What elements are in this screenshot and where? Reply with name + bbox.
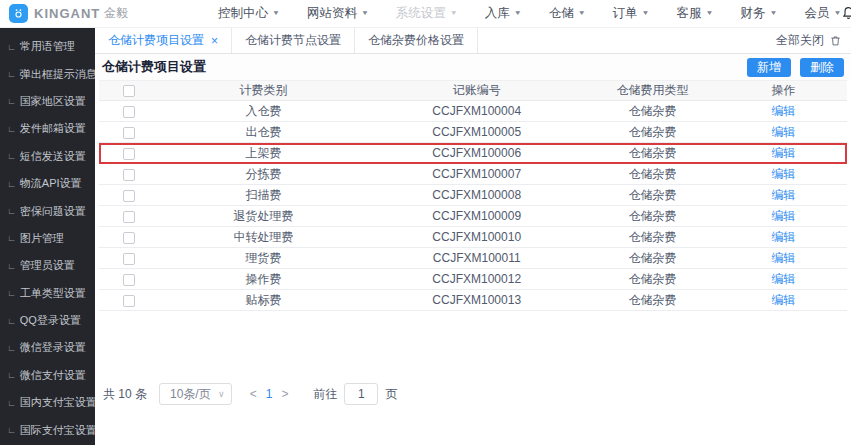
table-row: 出仓费CCJFXM100005仓储杂费编辑 <box>99 122 847 143</box>
row-checkbox[interactable] <box>123 127 135 139</box>
nav-item-system-settings[interactable]: 系统设置▼ <box>396 5 458 22</box>
top-navbar: KINGANT 金毅 控制中心▼ 网站资料▼ 系统设置▼ 入库▼ 仓储▼ 订单▼… <box>0 0 851 28</box>
goto-page-input[interactable] <box>344 383 378 405</box>
table-row: 扫描费CCJFXM100008仓储杂费编辑 <box>99 185 847 206</box>
submenu-angle-icon: ∟ <box>7 179 16 189</box>
submenu-angle-icon: ∟ <box>7 316 16 326</box>
close-tab-icon[interactable]: × <box>211 34 218 48</box>
nav-item-customer-service[interactable]: 客服▼ <box>677 5 714 22</box>
brand[interactable]: KINGANT 金毅 <box>0 4 218 23</box>
brand-name-cn: 金毅 <box>104 5 128 22</box>
table-row: 中转处理费CCJFXM100010仓储杂费编辑 <box>99 227 847 248</box>
column-header-fee-type: 仓储费用类型 <box>585 81 720 101</box>
row-checkbox[interactable] <box>123 232 135 244</box>
chevron-down-icon: ▼ <box>361 10 369 17</box>
submenu-angle-icon: ∟ <box>7 124 16 134</box>
row-checkbox[interactable] <box>123 148 135 160</box>
column-header-actions: 操作 <box>720 81 847 101</box>
submenu-angle-icon: ∟ <box>7 425 16 435</box>
edit-link[interactable]: 编辑 <box>771 146 795 160</box>
page-size-select[interactable]: 10条/页 ∨ <box>159 383 232 405</box>
page-title: 仓储计费项目设置 <box>102 58 206 76</box>
sidebar-item-international-alipay[interactable]: ∟国际支付宝设置 <box>0 416 95 443</box>
nav-item-orders[interactable]: 订单▼ <box>613 5 650 22</box>
delete-button[interactable]: 删除 <box>800 58 844 77</box>
app: KINGANT 金毅 控制中心▼ 网站资料▼ 系统设置▼ 入库▼ 仓储▼ 订单▼… <box>0 0 851 445</box>
navbar-right-icons: 0 0 1 <box>841 1 851 26</box>
chevron-down-icon: ▼ <box>578 10 586 17</box>
submenu-angle-icon: ∟ <box>7 398 16 408</box>
edit-link[interactable]: 编辑 <box>771 209 795 223</box>
select-all-checkbox[interactable] <box>123 85 135 97</box>
chevron-down-icon: ▼ <box>833 10 841 17</box>
row-checkbox[interactable] <box>123 211 135 223</box>
submenu-angle-icon: ∟ <box>7 288 16 298</box>
row-checkbox[interactable] <box>123 169 135 181</box>
edit-link[interactable]: 编辑 <box>771 125 795 139</box>
bell-icon[interactable]: 0 <box>841 5 851 22</box>
table-row: 退货处理费CCJFXM100009仓储杂费编辑 <box>99 206 847 227</box>
trash-icon <box>829 34 842 48</box>
sidebar-item-qq-login[interactable]: ∟QQ登录设置 <box>0 307 95 334</box>
tab-misc-fee-prices[interactable]: 仓储杂费价格设置 <box>355 28 478 53</box>
sidebar-item-admin-settings[interactable]: ∟管理员设置 <box>0 252 95 279</box>
edit-link[interactable]: 编辑 <box>771 167 795 181</box>
row-checkbox[interactable] <box>123 274 135 286</box>
edit-link[interactable]: 编辑 <box>771 230 795 244</box>
table-row: 贴标费CCJFXM100013仓储杂费编辑 <box>99 290 847 311</box>
chevron-down-icon: ▼ <box>769 10 777 17</box>
sidebar-item-wechat-pay[interactable]: ∟微信支付设置 <box>0 362 95 389</box>
edit-link[interactable]: 编辑 <box>771 251 795 265</box>
goto-page-suffix: 页 <box>385 386 397 403</box>
edit-link[interactable]: 编辑 <box>771 272 795 286</box>
sidebar-item-popup-messages[interactable]: ∟弹出框提示消息管理 <box>0 60 95 87</box>
column-header-category: 计费类别 <box>159 81 368 101</box>
table-row-highlighted: 上架费CCJFXM100006仓储杂费编辑 <box>99 143 847 164</box>
table-header-row: 计费类别 记账编号 仓储费用类型 操作 <box>99 81 847 101</box>
edit-link[interactable]: 编辑 <box>771 188 795 202</box>
close-all-tabs[interactable]: 全部关闭 <box>776 28 851 53</box>
sidebar-item-wechat-login[interactable]: ∟微信登录设置 <box>0 334 95 361</box>
next-page-button[interactable]: > <box>281 387 288 401</box>
table-row: 理货费CCJFXM100011仓储杂费编辑 <box>99 248 847 269</box>
row-checkbox[interactable] <box>123 190 135 202</box>
chevron-down-icon: ∨ <box>218 384 225 404</box>
sidebar-item-image-management[interactable]: ∟图片管理 <box>0 225 95 252</box>
chevron-down-icon: ▼ <box>272 10 280 17</box>
add-button[interactable]: 新增 <box>747 58 791 77</box>
nav-item-members[interactable]: 会员▼ <box>804 5 841 22</box>
edit-link[interactable]: 编辑 <box>771 293 795 307</box>
brand-logo-icon <box>9 4 28 23</box>
main-content: 仓储计费项目设置 × 仓储计费节点设置 仓储杂费价格设置 全部关闭 仓储计费项目… <box>95 28 851 445</box>
current-page-number[interactable]: 1 <box>266 387 273 401</box>
chevron-down-icon: ▼ <box>450 10 458 17</box>
sidebar-item-sender-mailbox[interactable]: ∟发件邮箱设置 <box>0 115 95 142</box>
sidebar-item-ticket-type[interactable]: ∟工单类型设置 <box>0 280 95 307</box>
nav-item-site-info[interactable]: 网站资料▼ <box>307 5 369 22</box>
submenu-angle-icon: ∟ <box>7 69 16 79</box>
sidebar-item-security-question[interactable]: ∟密保问题设置 <box>0 197 95 224</box>
nav-item-control-center[interactable]: 控制中心▼ <box>218 5 280 22</box>
row-checkbox[interactable] <box>123 253 135 265</box>
submenu-angle-icon: ∟ <box>7 261 16 271</box>
row-checkbox[interactable] <box>123 295 135 307</box>
chevron-down-icon: ▼ <box>706 10 714 17</box>
brand-name: KINGANT <box>34 6 100 21</box>
submenu-angle-icon: ∟ <box>7 42 16 52</box>
tab-billing-items[interactable]: 仓储计费项目设置 × <box>95 28 232 53</box>
prev-page-button[interactable]: < <box>250 387 257 401</box>
sidebar-item-country-region[interactable]: ∟国家地区设置 <box>0 88 95 115</box>
row-checkbox[interactable] <box>123 106 135 118</box>
sidebar-item-common-phrases[interactable]: ∟常用语管理 <box>0 33 95 60</box>
tab-billing-nodes[interactable]: 仓储计费节点设置 <box>232 28 355 53</box>
submenu-angle-icon: ∟ <box>7 343 16 353</box>
sidebar-item-sms-sending[interactable]: ∟短信发送设置 <box>0 143 95 170</box>
sidebar-item-logistics-api[interactable]: ∟物流API设置 <box>0 170 95 197</box>
sidebar-item-domestic-alipay[interactable]: ∟国内支付宝设置 <box>0 389 95 416</box>
edit-link[interactable]: 编辑 <box>771 104 795 118</box>
submenu-angle-icon: ∟ <box>7 96 16 106</box>
nav-item-inbound[interactable]: 入库▼ <box>485 5 522 22</box>
nav-item-warehouse[interactable]: 仓储▼ <box>549 5 586 22</box>
nav-item-finance[interactable]: 财务▼ <box>740 5 777 22</box>
page-header: 仓储计费项目设置 新增 删除 <box>95 54 851 80</box>
